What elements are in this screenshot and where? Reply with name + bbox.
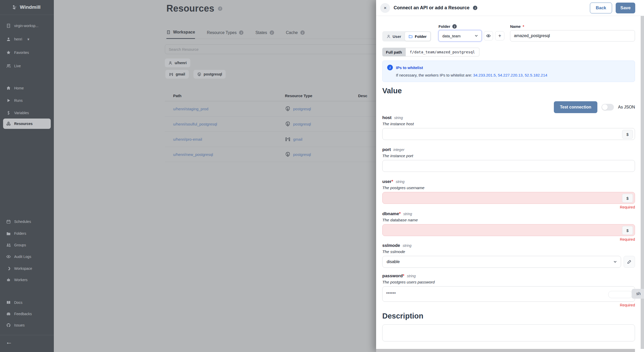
feedbacks-label: Feedbacks xyxy=(14,312,32,316)
windmill-logo[interactable]: Windmill xyxy=(0,2,54,12)
insert-variable-icon[interactable]: $ xyxy=(622,130,633,139)
sidebar-item-issues[interactable]: Issues xyxy=(3,322,51,329)
tab-cache[interactable]: Cache i xyxy=(286,27,305,39)
info-circle-icon: i xyxy=(387,65,393,70)
full-path-value: f/data_team/amazed_postgresql xyxy=(406,48,479,56)
ips-whitelist-title: IPs to whitelist xyxy=(396,65,423,70)
sidebar-item-runs[interactable]: Runs xyxy=(3,97,51,104)
page-title-info-icon[interactable]: i xyxy=(218,6,222,11)
sidebar-item-audit-logs[interactable]: Audit Logs xyxy=(3,253,51,260)
states-info-icon[interactable]: i xyxy=(270,30,274,35)
field-name-port: port xyxy=(382,147,391,152)
sidebar-item-groups[interactable]: Groups xyxy=(3,241,51,249)
sidebar-divider-top xyxy=(0,15,54,15)
home-label: Home xyxy=(14,86,24,90)
resource-type-link[interactable]: gmail xyxy=(293,137,302,141)
postgresql-filter-chip[interactable]: postgresql xyxy=(193,70,226,79)
test-connection-button[interactable]: Test connection xyxy=(554,101,598,113)
workspace-name: virgin-worksp... xyxy=(14,24,38,28)
tab-states[interactable]: States i xyxy=(255,27,274,39)
resource-path-link[interactable]: u/henri/soulful_postgresql xyxy=(173,122,217,126)
resources-label: Resources xyxy=(14,122,33,126)
resource-types-info-icon[interactable]: i xyxy=(239,30,243,35)
sidebar-user-menu[interactable]: henri ♛ xyxy=(3,36,51,43)
resource-path-link[interactable]: u/henri/staging_prod xyxy=(173,107,208,111)
drawer-vertical-scrollbar[interactable] xyxy=(641,16,644,349)
owner-kind-user[interactable]: User xyxy=(383,32,405,41)
collapse-sidebar-button[interactable]: ← xyxy=(6,338,12,346)
field-name-dbname: dbname xyxy=(382,211,399,216)
full-path-row: Full path f/data_team/amazed_postgresql xyxy=(382,48,479,56)
sslmode-select[interactable]: disable xyxy=(382,256,621,268)
sidebar-item-variables[interactable]: Variables xyxy=(3,109,51,116)
users-icon xyxy=(6,64,11,68)
name-required-star: * xyxy=(523,24,524,29)
view-folder-icon[interactable] xyxy=(484,31,493,40)
sidebar-item-docs[interactable]: Docs xyxy=(3,299,51,306)
drawer-title-info-icon[interactable]: i xyxy=(473,6,477,10)
github-icon xyxy=(6,323,11,328)
resource-type-link[interactable]: postgresql xyxy=(293,107,311,111)
calendar-icon xyxy=(6,219,11,224)
close-icon[interactable]: × xyxy=(380,3,390,13)
sidebar-item-home[interactable]: Home xyxy=(3,85,51,92)
field-name-host: host xyxy=(382,115,392,120)
add-folder-icon[interactable]: + xyxy=(495,31,504,40)
folder-select[interactable]: data_team xyxy=(438,30,482,41)
robot-icon xyxy=(6,278,11,282)
sidebar-item-workers[interactable]: Workers xyxy=(3,276,51,283)
sidebar-item-favorites[interactable]: Favorites xyxy=(3,49,51,56)
resource-name-input[interactable] xyxy=(510,30,635,41)
edit-pencil-icon[interactable] xyxy=(624,256,635,268)
sidebar-item-feedbacks[interactable]: Feedbacks xyxy=(3,310,51,317)
issues-label: Issues xyxy=(14,323,24,327)
sidebar: Windmill virgin-worksp... henri ♛ Favori… xyxy=(0,0,54,352)
audit-logs-label: Audit Logs xyxy=(14,255,31,259)
postgresql-filter-label: postgresql xyxy=(204,72,222,76)
insert-variable-icon[interactable]: $ xyxy=(622,226,633,235)
password-input[interactable] xyxy=(382,286,635,302)
sidebar-workspace-selector[interactable]: virgin-worksp... xyxy=(3,22,51,29)
resource-path-link[interactable]: u/henri/pro-email xyxy=(173,137,202,141)
insert-variable-icon[interactable]: $ xyxy=(622,194,633,203)
user-icon xyxy=(168,61,172,65)
tab-workspace-label: Workspace xyxy=(173,30,195,35)
back-button[interactable]: Back xyxy=(590,3,612,13)
sidebar-item-schedules[interactable]: Schedules xyxy=(3,218,51,225)
tab-workspace[interactable]: Workspace xyxy=(166,27,195,39)
field-desc: The database name xyxy=(382,218,635,222)
book-icon xyxy=(6,300,11,305)
owner-filter-chip[interactable]: u/henri xyxy=(165,58,190,67)
resource-type-link[interactable]: postgresql xyxy=(293,122,311,126)
resource-path-link[interactable]: u/henri/new_postgresql xyxy=(173,152,213,157)
user-input[interactable] xyxy=(382,192,635,204)
port-input[interactable] xyxy=(382,160,635,172)
show-password-fragment[interactable]: sh xyxy=(632,289,644,299)
gmail-filter-chip[interactable]: gmail xyxy=(165,70,189,79)
cache-info-icon[interactable]: i xyxy=(300,30,305,35)
sslmode-value: disable xyxy=(387,259,400,264)
page-title: Resources xyxy=(166,3,214,14)
as-json-toggle[interactable] xyxy=(601,104,614,111)
save-button[interactable]: Save xyxy=(616,3,635,13)
toggle-knob xyxy=(602,104,608,110)
owner-kind-folder[interactable]: Folder xyxy=(405,32,430,41)
password-reveal-pill[interactable] xyxy=(608,291,632,298)
tab-resource-types[interactable]: Resource Types i xyxy=(207,27,243,39)
sidebar-item-resources[interactable]: Resources xyxy=(3,119,51,129)
field-type: string xyxy=(396,180,404,184)
sidebar-item-workspace-settings[interactable]: Workspace xyxy=(3,265,51,272)
host-input[interactable] xyxy=(382,128,635,140)
folder-select-value: data_team xyxy=(442,34,461,38)
sidebar-item-live[interactable]: Live xyxy=(3,62,51,70)
user-name: henri xyxy=(14,37,22,41)
description-textarea[interactable] xyxy=(382,324,635,341)
postgresql-icon xyxy=(285,152,291,157)
sidebar-item-folders[interactable]: Folders xyxy=(3,230,51,237)
dbname-input[interactable] xyxy=(382,224,635,236)
user-icon xyxy=(387,35,391,38)
folder-info-icon[interactable]: i xyxy=(452,24,457,29)
field-desc: The postgres username xyxy=(382,186,635,190)
drawer-horizontal-scrollbar[interactable] xyxy=(376,349,635,352)
resource-type-link[interactable]: postgresql xyxy=(293,152,311,157)
